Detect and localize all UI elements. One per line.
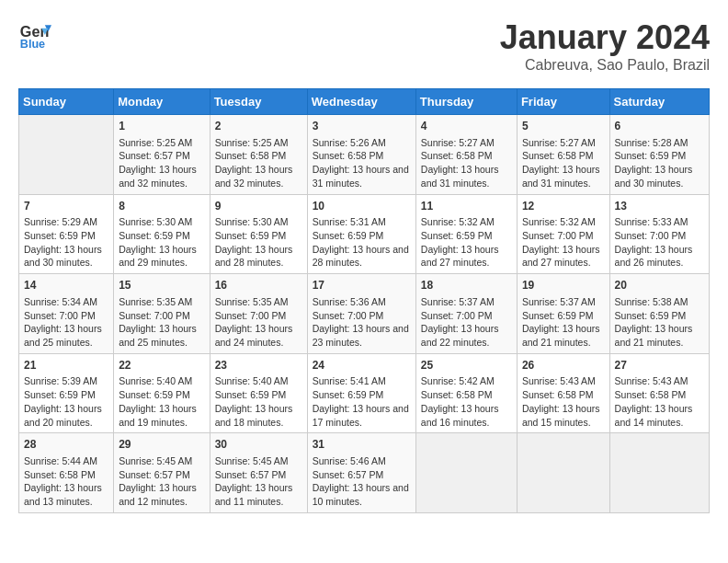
day-number: 7 <box>24 199 108 214</box>
day-cell: 7Sunrise: 5:29 AMSunset: 6:59 PMDaylight… <box>19 194 114 274</box>
sunset-text: Sunset: 6:58 PM <box>24 468 108 482</box>
day-number: 27 <box>615 358 704 373</box>
week-row-3: 14Sunrise: 5:34 AMSunset: 7:00 PMDayligh… <box>19 274 710 354</box>
day-number: 13 <box>615 199 704 214</box>
day-cell: 22Sunrise: 5:40 AMSunset: 6:59 PMDayligh… <box>114 353 210 433</box>
sunset-text: Sunset: 6:59 PM <box>313 229 411 243</box>
daylight-text: Daylight: 13 hours and 23 minutes. <box>313 322 411 349</box>
day-cell: 14Sunrise: 5:34 AMSunset: 7:00 PMDayligh… <box>19 274 114 354</box>
day-cell: 12Sunrise: 5:32 AMSunset: 7:00 PMDayligh… <box>517 194 609 274</box>
day-cell: 28Sunrise: 5:44 AMSunset: 6:58 PMDayligh… <box>19 433 114 513</box>
sunrise-text: Sunrise: 5:37 AM <box>421 295 512 309</box>
day-cell <box>609 433 709 513</box>
sunset-text: Sunset: 6:58 PM <box>522 388 605 402</box>
week-row-1: 1Sunrise: 5:25 AMSunset: 6:57 PMDaylight… <box>19 115 710 195</box>
day-number: 31 <box>313 437 411 453</box>
day-cell: 15Sunrise: 5:35 AMSunset: 7:00 PMDayligh… <box>114 274 210 354</box>
sunrise-text: Sunrise: 5:30 AM <box>119 215 204 229</box>
col-header-friday: Friday <box>517 89 609 115</box>
day-cell: 9Sunrise: 5:30 AMSunset: 6:59 PMDaylight… <box>210 194 307 274</box>
day-cell: 18Sunrise: 5:37 AMSunset: 7:00 PMDayligh… <box>415 274 517 354</box>
day-number: 10 <box>313 199 411 214</box>
sunrise-text: Sunrise: 5:30 AM <box>215 215 302 229</box>
sunset-text: Sunset: 7:00 PM <box>615 229 704 243</box>
sunset-text: Sunset: 6:58 PM <box>615 388 704 402</box>
sunrise-text: Sunrise: 5:31 AM <box>313 215 411 229</box>
daylight-text: Daylight: 13 hours and 18 minutes. <box>215 402 302 429</box>
sunset-text: Sunset: 6:57 PM <box>215 468 302 482</box>
sunrise-text: Sunrise: 5:27 AM <box>522 136 605 150</box>
sunrise-text: Sunrise: 5:45 AM <box>215 454 302 468</box>
sunrise-text: Sunrise: 5:40 AM <box>215 374 302 388</box>
day-number: 18 <box>421 278 512 293</box>
day-number: 6 <box>615 119 704 134</box>
day-cell: 29Sunrise: 5:45 AMSunset: 6:57 PMDayligh… <box>114 433 210 513</box>
sunrise-text: Sunrise: 5:43 AM <box>615 374 704 388</box>
sunset-text: Sunset: 7:00 PM <box>24 309 108 323</box>
day-number: 24 <box>313 358 411 373</box>
daylight-text: Daylight: 13 hours and 31 minutes. <box>313 163 411 190</box>
sunrise-text: Sunrise: 5:32 AM <box>421 215 512 229</box>
sunrise-text: Sunrise: 5:33 AM <box>615 215 704 229</box>
day-number: 17 <box>313 278 411 293</box>
day-cell: 10Sunrise: 5:31 AMSunset: 6:59 PMDayligh… <box>307 194 415 274</box>
day-number: 12 <box>522 199 605 214</box>
daylight-text: Daylight: 13 hours and 28 minutes. <box>215 243 302 270</box>
day-number: 8 <box>119 199 204 214</box>
sunrise-text: Sunrise: 5:28 AM <box>615 136 704 150</box>
daylight-text: Daylight: 13 hours and 28 minutes. <box>313 243 411 270</box>
day-cell: 13Sunrise: 5:33 AMSunset: 7:00 PMDayligh… <box>609 194 709 274</box>
day-cell: 31Sunrise: 5:46 AMSunset: 6:57 PMDayligh… <box>307 433 415 513</box>
sunset-text: Sunset: 6:58 PM <box>215 149 302 163</box>
sunrise-text: Sunrise: 5:29 AM <box>24 215 108 229</box>
day-number: 9 <box>215 199 302 214</box>
sunset-text: Sunset: 6:59 PM <box>119 229 204 243</box>
day-cell: 21Sunrise: 5:39 AMSunset: 6:59 PMDayligh… <box>19 353 114 433</box>
daylight-text: Daylight: 13 hours and 12 minutes. <box>119 481 204 508</box>
day-number: 25 <box>421 358 512 373</box>
daylight-text: Daylight: 13 hours and 32 minutes. <box>119 163 204 190</box>
daylight-text: Daylight: 13 hours and 25 minutes. <box>24 322 108 349</box>
col-header-tuesday: Tuesday <box>210 89 307 115</box>
daylight-text: Daylight: 13 hours and 27 minutes. <box>522 243 605 270</box>
day-number: 23 <box>215 358 302 373</box>
daylight-text: Daylight: 13 hours and 32 minutes. <box>215 163 302 190</box>
sunset-text: Sunset: 6:59 PM <box>615 309 704 323</box>
day-cell <box>517 433 609 513</box>
sunrise-text: Sunrise: 5:39 AM <box>24 374 108 388</box>
day-cell: 2Sunrise: 5:25 AMSunset: 6:58 PMDaylight… <box>210 115 307 195</box>
day-cell: 25Sunrise: 5:42 AMSunset: 6:58 PMDayligh… <box>415 353 517 433</box>
day-cell: 8Sunrise: 5:30 AMSunset: 6:59 PMDaylight… <box>114 194 210 274</box>
month-title: January 2024 <box>500 18 710 57</box>
daylight-text: Daylight: 13 hours and 15 minutes. <box>522 402 605 429</box>
daylight-text: Daylight: 13 hours and 24 minutes. <box>215 322 302 349</box>
day-number: 16 <box>215 278 302 293</box>
day-cell: 1Sunrise: 5:25 AMSunset: 6:57 PMDaylight… <box>114 115 210 195</box>
sunrise-text: Sunrise: 5:44 AM <box>24 454 108 468</box>
day-cell: 26Sunrise: 5:43 AMSunset: 6:58 PMDayligh… <box>517 353 609 433</box>
daylight-text: Daylight: 13 hours and 30 minutes. <box>615 163 704 190</box>
day-cell: 5Sunrise: 5:27 AMSunset: 6:58 PMDaylight… <box>517 115 609 195</box>
sunset-text: Sunset: 7:00 PM <box>421 309 512 323</box>
day-number: 29 <box>119 437 204 453</box>
day-number: 2 <box>215 119 302 134</box>
day-number: 14 <box>24 278 108 293</box>
sunrise-text: Sunrise: 5:32 AM <box>522 215 605 229</box>
sunrise-text: Sunrise: 5:42 AM <box>421 374 512 388</box>
logo-icon: Gen Blue <box>18 18 51 52</box>
daylight-text: Daylight: 13 hours and 13 minutes. <box>24 481 108 508</box>
col-header-thursday: Thursday <box>415 89 517 115</box>
daylight-text: Daylight: 13 hours and 22 minutes. <box>421 322 512 349</box>
day-number: 20 <box>615 278 704 293</box>
day-number: 5 <box>522 119 605 134</box>
daylight-text: Daylight: 13 hours and 19 minutes. <box>119 402 204 429</box>
sunset-text: Sunset: 7:00 PM <box>119 309 204 323</box>
sunset-text: Sunset: 6:59 PM <box>24 388 108 402</box>
daylight-text: Daylight: 13 hours and 25 minutes. <box>119 322 204 349</box>
title-block: January 2024 Cabreuva, Sao Paulo, Brazil <box>500 18 710 74</box>
day-number: 4 <box>421 119 512 134</box>
daylight-text: Daylight: 13 hours and 27 minutes. <box>421 243 512 270</box>
sunrise-text: Sunrise: 5:45 AM <box>119 454 204 468</box>
page-header: Gen Blue January 2024 Cabreuva, Sao Paul… <box>18 18 710 74</box>
day-cell: 17Sunrise: 5:36 AMSunset: 7:00 PMDayligh… <box>307 274 415 354</box>
